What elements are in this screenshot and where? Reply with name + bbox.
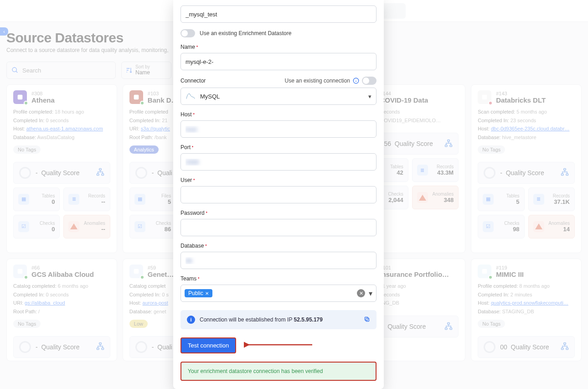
svg-rect-40 xyxy=(365,317,368,320)
tag-badge: No Tags xyxy=(13,145,41,154)
existing-enrichment-toggle[interactable] xyxy=(181,29,195,37)
datastore-icon xyxy=(478,90,491,104)
meta-link[interactable]: qualytics-prod.snowflakecomputi… xyxy=(491,300,568,306)
info-icon xyxy=(353,78,359,84)
tree-icon[interactable] xyxy=(561,342,569,352)
table-icon: ▦ xyxy=(483,194,494,205)
meta-link[interactable]: gs://alibaba_cloud xyxy=(25,300,65,306)
datastore-card[interactable]: #66GCS Alibaba Cloud Catalog completed: … xyxy=(6,259,117,361)
back-tab[interactable]: ‹ xyxy=(0,27,8,36)
team-chip[interactable]: Public✕ xyxy=(185,289,212,297)
card-title: Genet… xyxy=(148,270,174,278)
table-icon: ▦ xyxy=(18,194,29,205)
datastore-icon xyxy=(129,90,143,104)
port-label: Port xyxy=(181,144,377,150)
user-input[interactable] xyxy=(181,186,377,203)
datastore-card[interactable]: #143Databricks DLT Scan completed: 5 mon… xyxy=(471,84,582,253)
quality-score: - Quality Score xyxy=(13,162,110,184)
filter-search[interactable]: Search xyxy=(6,62,116,79)
card-meta: Profile completed: 8 months ago Complete… xyxy=(478,282,575,316)
chevron-down-icon: ▾ xyxy=(368,93,371,100)
chip-remove-icon[interactable]: ✕ xyxy=(205,291,209,296)
stat-anomalies: Anomalies348 xyxy=(412,186,459,209)
svg-rect-19 xyxy=(566,174,568,176)
sort-dropdown[interactable]: Sort by Name xyxy=(121,62,171,79)
database-label: Database xyxy=(181,243,377,249)
mysql-icon xyxy=(186,93,196,100)
svg-rect-16 xyxy=(482,95,487,100)
warning-icon xyxy=(417,192,428,203)
datastore-card[interactable]: #119MIMIC III Profile completed: 8 month… xyxy=(471,259,582,361)
stat-records: ≣Records37.1K xyxy=(528,187,575,211)
quality-score: - Quality Score xyxy=(478,162,575,184)
card-id: #66 xyxy=(31,265,94,270)
sort-value: Name xyxy=(135,69,150,76)
svg-rect-30 xyxy=(445,327,448,329)
port-input[interactable] xyxy=(181,153,377,171)
card-meta: Catalog completed: 6 months ago Complete… xyxy=(13,282,110,316)
teams-label: Teams xyxy=(181,275,377,282)
search-icon xyxy=(11,67,19,74)
records-icon: ≣ xyxy=(533,194,544,205)
connector-value: MySQL xyxy=(200,93,220,100)
card-title: MIMIC III xyxy=(496,270,524,278)
stat-checks: ☑Checks0 xyxy=(13,215,60,239)
tree-icon[interactable] xyxy=(96,342,104,352)
tree-icon[interactable] xyxy=(444,139,453,149)
warning-icon xyxy=(68,221,79,232)
database-input[interactable] xyxy=(181,252,377,269)
teams-input[interactable]: Public✕ ✕ ▾ xyxy=(181,285,377,302)
svg-rect-8 xyxy=(134,95,139,100)
test-connection-button[interactable]: Test connection xyxy=(181,337,236,353)
datastore-icon xyxy=(478,265,491,278)
password-input[interactable] xyxy=(181,219,377,236)
card-id: #101 xyxy=(380,265,449,270)
existing-enrichment-label: Use an existing Enrichment Datastore xyxy=(200,30,291,36)
connector-label: Connector xyxy=(181,78,206,84)
tree-icon[interactable] xyxy=(96,168,104,177)
tag-badge: Low xyxy=(129,320,148,328)
meta-link[interactable]: aurora-post xyxy=(143,300,168,306)
svg-rect-39 xyxy=(366,318,369,321)
svg-rect-14 xyxy=(445,145,448,147)
stat-tables: ▦Tables5 xyxy=(478,187,524,211)
datastore-card[interactable]: #308Athena Profile completed: 18 hours a… xyxy=(6,84,117,253)
sort-label: Sort by xyxy=(135,65,150,69)
clear-teams-icon[interactable]: ✕ xyxy=(357,289,365,297)
card-id: #59 xyxy=(148,265,174,270)
tree-icon[interactable] xyxy=(561,168,569,177)
svg-rect-6 xyxy=(97,174,99,176)
stat-checks: ☑Checks86 xyxy=(129,215,176,239)
tree-icon[interactable] xyxy=(444,322,453,332)
meta-link[interactable]: athena.us-east-1.amazonaws.com xyxy=(26,126,103,131)
svg-rect-5 xyxy=(99,169,102,171)
datastore-icon xyxy=(13,265,27,278)
ip-info-banner: i Connection will be established from IP… xyxy=(181,310,377,329)
card-title: Insurance Portfolio… xyxy=(380,270,449,278)
stat-records: ≣Records43.3M xyxy=(412,158,459,182)
meta-link[interactable]: dbc-0d9365ee-235c.cloud.databr… xyxy=(491,126,569,131)
records-icon: ≣ xyxy=(68,194,79,205)
sort-icon xyxy=(125,67,133,74)
connector-select[interactable]: MySQL ▾ xyxy=(181,88,377,105)
filter-search-placeholder: Search xyxy=(22,67,41,74)
svg-rect-15 xyxy=(450,145,452,147)
stat-anomalies: Anomalies14 xyxy=(528,215,575,239)
host-input[interactable] xyxy=(181,120,377,138)
svg-rect-23 xyxy=(102,348,104,350)
enrichment-modal: Use an existing Enrichment Datastore Nam… xyxy=(173,0,384,389)
copy-ip-icon[interactable] xyxy=(364,316,370,324)
name-input[interactable] xyxy=(181,53,377,70)
card-id: #308 xyxy=(31,91,55,96)
stat-grid: ▦Tables5 ≣Records37.1K ☑Checks98 Anomali… xyxy=(478,187,575,239)
enrichment-top-input[interactable] xyxy=(181,5,377,23)
records-icon: ≣ xyxy=(417,165,428,176)
chevron-down-icon[interactable]: ▾ xyxy=(369,289,372,298)
checks-icon: ☑ xyxy=(134,221,145,232)
meta-link[interactable]: s3a://qualytic xyxy=(141,126,170,131)
existing-connection-toggle[interactable] xyxy=(362,77,377,85)
password-label: Password xyxy=(181,210,377,216)
warning-icon xyxy=(533,221,544,232)
svg-rect-18 xyxy=(562,174,564,176)
svg-rect-35 xyxy=(566,348,568,350)
